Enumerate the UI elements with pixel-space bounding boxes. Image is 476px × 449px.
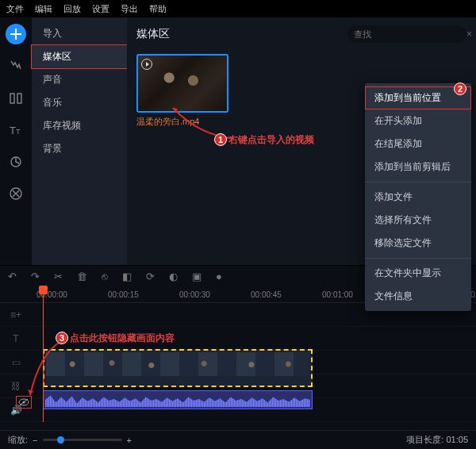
delete-icon[interactable]: 🗑	[77, 271, 87, 282]
annotation-badge-2: 2	[454, 83, 466, 95]
menu-export[interactable]: 导出	[121, 3, 138, 15]
menu-edit[interactable]: 编辑	[35, 3, 52, 15]
project-length: 项目长度: 01:05	[406, 434, 468, 446]
crop-icon[interactable]: ◧	[122, 271, 132, 282]
search-input[interactable]	[354, 29, 463, 39]
clear-search-icon[interactable]: ×	[466, 29, 472, 40]
zoom-in-icon[interactable]: +	[127, 436, 132, 445]
zoom-control[interactable]: 缩放: − +	[8, 434, 132, 446]
ctx-file-info[interactable]: 文件信息	[365, 285, 471, 308]
cut-icon[interactable]: ✂	[54, 271, 63, 282]
sidebar-item-stock[interactable]: 库存视频	[32, 114, 127, 137]
zoom-label: 缩放:	[8, 434, 28, 446]
rotate-icon[interactable]: ⟳	[146, 271, 155, 282]
sidebar-item-import[interactable]: 导入	[32, 22, 127, 45]
redo-icon[interactable]: ↷	[31, 271, 40, 282]
context-menu: 添加到当前位置 在开头添加 在结尾添加 添加到当前剪辑后 添加文件 选择所有文件…	[365, 83, 471, 311]
snapshot-icon[interactable]: ▣	[192, 271, 202, 282]
ctx-add-start[interactable]: 在开头添加	[365, 109, 471, 132]
media-zone-title: 媒体区	[136, 27, 170, 41]
play-icon	[141, 59, 152, 70]
tick: 00:00:15	[108, 290, 139, 299]
annotation-arrow-3	[25, 338, 65, 400]
filters-icon[interactable]	[6, 57, 25, 76]
video-clip[interactable]	[43, 349, 313, 387]
sidebar-item-music[interactable]: 音乐	[32, 91, 127, 114]
annotation-2: 2	[454, 83, 468, 95]
tick: 00:00:30	[179, 290, 210, 299]
svg-rect-0	[10, 94, 14, 103]
tick: 00:01:00	[322, 290, 353, 299]
zoom-out-icon[interactable]: −	[33, 436, 37, 445]
media-zone: 媒体区 × 温柔的旁白.mp4 添加到当前位置 在开头添加 在结尾添加 添加到当…	[127, 17, 476, 265]
stickers-icon[interactable]	[6, 152, 25, 171]
more-tools-icon[interactable]	[6, 184, 25, 203]
audio-clip[interactable]	[43, 390, 313, 409]
undo-icon[interactable]: ↶	[8, 271, 17, 282]
split-icon[interactable]: ⎋	[102, 271, 108, 282]
record-icon[interactable]: ●	[216, 271, 222, 282]
menubar: 文件 编辑 回放 设置 导出 帮助	[0, 0, 476, 17]
ctx-select-all[interactable]: 选择所有文件	[365, 209, 471, 232]
sidebar-item-sound[interactable]: 声音	[32, 68, 127, 91]
ctx-add-after-clip[interactable]: 添加到当前剪辑后	[365, 155, 471, 178]
titles-icon[interactable]: TT	[6, 121, 25, 140]
menu-help[interactable]: 帮助	[149, 3, 167, 15]
tool-column: TT	[0, 17, 32, 265]
svg-text:T: T	[16, 128, 21, 136]
search-box[interactable]: ×	[347, 25, 466, 43]
ctx-show-folder[interactable]: 在文件夹中显示	[365, 262, 471, 285]
transitions-icon[interactable]	[6, 89, 25, 108]
annotation-badge-3: 3	[56, 332, 68, 344]
menu-replay[interactable]: 回放	[63, 3, 81, 15]
annotation-3: 3点击此按钮隐藏画面内容	[56, 332, 175, 345]
sidebar-item-media[interactable]: 媒体区	[32, 45, 127, 68]
ctx-add-file[interactable]: 添加文件	[365, 186, 471, 209]
color-icon[interactable]: ◐	[169, 271, 178, 282]
tick: 00:00:45	[251, 290, 282, 299]
annotation-badge-1: 1	[214, 133, 227, 146]
zoom-slider[interactable]	[43, 439, 122, 441]
status-bar: 缩放: − + 项目长度: 01:05	[0, 430, 476, 449]
add-media-icon[interactable]	[6, 24, 26, 44]
svg-rect-1	[17, 94, 21, 103]
ctx-add-end[interactable]: 在结尾添加	[365, 132, 471, 155]
menu-settings[interactable]: 设置	[92, 3, 109, 15]
ctx-remove-sel[interactable]: 移除选定文件	[365, 232, 471, 255]
media-sidebar: 导入 媒体区 声音 音乐 库存视频 背景	[32, 17, 127, 265]
menu-file[interactable]: 文件	[6, 3, 24, 15]
svg-text:T: T	[10, 125, 16, 136]
annotation-1: 1右键点击导入的视频	[214, 133, 314, 147]
add-track-icon[interactable]: ≡+	[0, 303, 32, 326]
sidebar-item-background[interactable]: 背景	[32, 137, 127, 160]
